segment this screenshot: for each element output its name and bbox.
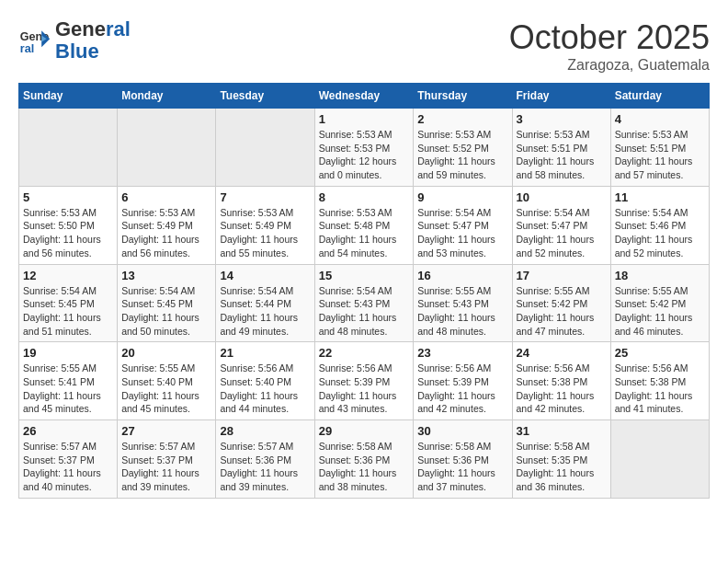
day-info: Sunrise: 5:55 AMSunset: 5:42 PMDaylight:… — [615, 284, 705, 339]
day-info: Sunrise: 5:54 AMSunset: 5:47 PMDaylight:… — [517, 206, 607, 260]
day-number: 25 — [615, 346, 705, 360]
calendar-cell: 20Sunrise: 5:55 AMSunset: 5:40 PMDayligh… — [118, 342, 216, 420]
calendar-table: SundayMondayTuesdayWednesdayThursdayFrid… — [18, 83, 710, 499]
calendar-week-row: 5Sunrise: 5:53 AMSunset: 5:50 PMDaylight… — [19, 186, 710, 264]
day-info: Sunrise: 5:55 AMSunset: 5:40 PMDaylight:… — [121, 362, 211, 416]
day-info: Sunrise: 5:58 AMSunset: 5:36 PMDaylight:… — [319, 440, 410, 494]
day-info: Sunrise: 5:55 AMSunset: 5:41 PMDaylight:… — [23, 362, 113, 416]
calendar-cell: 12Sunrise: 5:54 AMSunset: 5:45 PMDayligh… — [19, 264, 118, 342]
day-number: 14 — [220, 269, 310, 282]
calendar-cell: 27Sunrise: 5:57 AMSunset: 5:37 PMDayligh… — [118, 420, 216, 499]
calendar-cell: 11Sunrise: 5:54 AMSunset: 5:46 PMDayligh… — [610, 186, 709, 264]
day-info: Sunrise: 5:54 AMSunset: 5:47 PMDaylight:… — [417, 206, 507, 260]
calendar-cell: 10Sunrise: 5:54 AMSunset: 5:47 PMDayligh… — [512, 186, 610, 264]
day-number: 11 — [615, 190, 705, 204]
day-number: 8 — [319, 190, 410, 204]
page-header: Gene ral General Blue October 2025 Zarag… — [18, 18, 710, 74]
day-number: 2 — [417, 112, 507, 126]
weekday-header: Tuesday — [216, 84, 314, 109]
calendar-week-row: 12Sunrise: 5:54 AMSunset: 5:45 PMDayligh… — [19, 264, 710, 342]
day-info: Sunrise: 5:55 AMSunset: 5:43 PMDaylight:… — [417, 284, 507, 339]
day-number: 9 — [417, 190, 507, 204]
day-info: Sunrise: 5:57 AMSunset: 5:36 PMDaylight:… — [220, 440, 310, 494]
logo-text: General Blue — [55, 18, 131, 63]
calendar-cell: 24Sunrise: 5:56 AMSunset: 5:38 PMDayligh… — [512, 342, 610, 420]
day-info: Sunrise: 5:54 AMSunset: 5:45 PMDaylight:… — [121, 284, 211, 339]
calendar-cell: 7Sunrise: 5:53 AMSunset: 5:49 PMDaylight… — [216, 186, 314, 264]
calendar-week-row: 19Sunrise: 5:55 AMSunset: 5:41 PMDayligh… — [19, 342, 710, 420]
calendar-cell: 2Sunrise: 5:53 AMSunset: 5:52 PMDaylight… — [414, 109, 512, 187]
day-info: Sunrise: 5:53 AMSunset: 5:48 PMDaylight:… — [319, 206, 410, 260]
calendar-cell: 21Sunrise: 5:56 AMSunset: 5:40 PMDayligh… — [216, 342, 314, 420]
calendar-cell: 4Sunrise: 5:53 AMSunset: 5:51 PMDaylight… — [610, 109, 709, 187]
day-number: 5 — [23, 190, 113, 204]
calendar-cell: 28Sunrise: 5:57 AMSunset: 5:36 PMDayligh… — [216, 420, 314, 499]
day-number: 13 — [121, 269, 211, 282]
weekday-header: Monday — [118, 84, 216, 109]
day-number: 27 — [121, 424, 211, 438]
calendar-cell: 13Sunrise: 5:54 AMSunset: 5:45 PMDayligh… — [118, 264, 216, 342]
header-row: SundayMondayTuesdayWednesdayThursdayFrid… — [19, 84, 710, 109]
day-number: 1 — [319, 112, 410, 126]
day-number: 15 — [319, 269, 410, 282]
day-info: Sunrise: 5:58 AMSunset: 5:35 PMDaylight:… — [517, 440, 607, 494]
calendar-cell: 14Sunrise: 5:54 AMSunset: 5:44 PMDayligh… — [216, 264, 314, 342]
day-info: Sunrise: 5:58 AMSunset: 5:36 PMDaylight:… — [417, 440, 507, 494]
weekday-header: Thursday — [414, 84, 512, 109]
day-number: 18 — [615, 269, 705, 282]
day-number: 31 — [517, 424, 607, 438]
calendar-cell: 17Sunrise: 5:55 AMSunset: 5:42 PMDayligh… — [512, 264, 610, 342]
day-number: 30 — [417, 424, 507, 438]
calendar-week-row: 26Sunrise: 5:57 AMSunset: 5:37 PMDayligh… — [19, 420, 710, 499]
day-info: Sunrise: 5:53 AMSunset: 5:49 PMDaylight:… — [220, 206, 310, 260]
day-info: Sunrise: 5:57 AMSunset: 5:37 PMDaylight:… — [23, 440, 113, 494]
calendar-cell: 16Sunrise: 5:55 AMSunset: 5:43 PMDayligh… — [414, 264, 512, 342]
calendar-cell: 3Sunrise: 5:53 AMSunset: 5:51 PMDaylight… — [512, 109, 610, 187]
logo: Gene ral General Blue — [18, 18, 131, 63]
calendar-cell: 26Sunrise: 5:57 AMSunset: 5:37 PMDayligh… — [19, 420, 118, 499]
calendar-cell: 6Sunrise: 5:53 AMSunset: 5:49 PMDaylight… — [118, 186, 216, 264]
day-number: 28 — [220, 424, 310, 438]
calendar-cell: 8Sunrise: 5:53 AMSunset: 5:48 PMDaylight… — [314, 186, 414, 264]
day-number: 6 — [121, 190, 211, 204]
day-info: Sunrise: 5:54 AMSunset: 5:46 PMDaylight:… — [615, 206, 705, 260]
day-info: Sunrise: 5:54 AMSunset: 5:44 PMDaylight:… — [220, 284, 310, 339]
day-info: Sunrise: 5:56 AMSunset: 5:39 PMDaylight:… — [319, 362, 410, 416]
day-number: 22 — [319, 346, 410, 360]
calendar-cell: 23Sunrise: 5:56 AMSunset: 5:39 PMDayligh… — [414, 342, 512, 420]
weekday-header: Wednesday — [314, 84, 414, 109]
calendar-week-row: 1Sunrise: 5:53 AMSunset: 5:53 PMDaylight… — [19, 109, 710, 187]
day-number: 19 — [23, 346, 113, 360]
day-number: 4 — [615, 112, 705, 126]
day-number: 10 — [517, 190, 607, 204]
day-info: Sunrise: 5:55 AMSunset: 5:42 PMDaylight:… — [517, 284, 607, 339]
day-info: Sunrise: 5:56 AMSunset: 5:40 PMDaylight:… — [220, 362, 310, 416]
day-number: 26 — [23, 424, 113, 438]
day-info: Sunrise: 5:53 AMSunset: 5:49 PMDaylight:… — [121, 206, 211, 260]
calendar-cell: 30Sunrise: 5:58 AMSunset: 5:36 PMDayligh… — [414, 420, 512, 499]
weekday-header: Sunday — [19, 84, 118, 109]
calendar-cell: 9Sunrise: 5:54 AMSunset: 5:47 PMDaylight… — [414, 186, 512, 264]
title-block: October 2025 Zaragoza, Guatemala — [509, 18, 710, 74]
logo-icon: Gene ral — [18, 24, 51, 57]
calendar-cell — [610, 420, 709, 499]
day-info: Sunrise: 5:54 AMSunset: 5:45 PMDaylight:… — [23, 284, 113, 339]
calendar-cell — [19, 109, 118, 187]
day-number: 20 — [121, 346, 211, 360]
calendar-cell: 5Sunrise: 5:53 AMSunset: 5:50 PMDaylight… — [19, 186, 118, 264]
day-number: 24 — [517, 346, 607, 360]
day-number: 16 — [417, 269, 507, 282]
day-info: Sunrise: 5:56 AMSunset: 5:38 PMDaylight:… — [517, 362, 607, 416]
day-number: 21 — [220, 346, 310, 360]
day-number: 3 — [517, 112, 607, 126]
day-info: Sunrise: 5:56 AMSunset: 5:39 PMDaylight:… — [417, 362, 507, 416]
day-info: Sunrise: 5:56 AMSunset: 5:38 PMDaylight:… — [615, 362, 705, 416]
day-number: 7 — [220, 190, 310, 204]
day-info: Sunrise: 5:53 AMSunset: 5:51 PMDaylight:… — [517, 128, 607, 182]
calendar-cell: 18Sunrise: 5:55 AMSunset: 5:42 PMDayligh… — [610, 264, 709, 342]
calendar-cell: 25Sunrise: 5:56 AMSunset: 5:38 PMDayligh… — [610, 342, 709, 420]
calendar-cell: 31Sunrise: 5:58 AMSunset: 5:35 PMDayligh… — [512, 420, 610, 499]
month-title: October 2025 — [509, 18, 710, 57]
weekday-header: Saturday — [610, 84, 709, 109]
calendar-cell: 22Sunrise: 5:56 AMSunset: 5:39 PMDayligh… — [314, 342, 414, 420]
